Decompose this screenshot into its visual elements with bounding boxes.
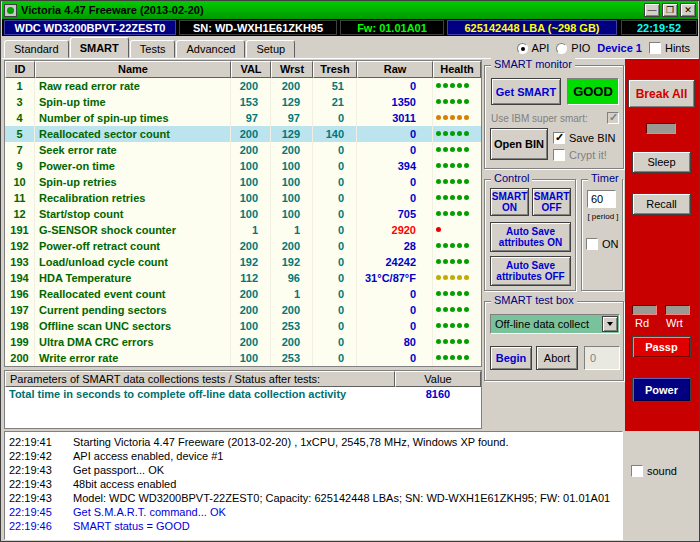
table-row[interactable]: 11Recalibration retries10010000 bbox=[5, 190, 481, 206]
smart-monitor-group: SMART monitor Get SMART GOOD Use IBM sup… bbox=[484, 65, 624, 169]
health-dot-icon bbox=[457, 115, 462, 120]
health-dot-icon bbox=[443, 291, 448, 296]
auto-save-attributes-on-button[interactable]: Auto Save attributes ON bbox=[490, 222, 571, 252]
close-button[interactable]: ✕ bbox=[680, 3, 696, 17]
column-header-raw[interactable]: Raw bbox=[357, 61, 433, 78]
table-row[interactable]: 198Offline scan UNC sectors10025300 bbox=[5, 318, 481, 334]
health-indicator bbox=[433, 270, 481, 286]
tab-smart[interactable]: SMART bbox=[70, 37, 129, 58]
health-dot-icon bbox=[464, 243, 469, 248]
health-dot-icon bbox=[450, 259, 455, 264]
table-row[interactable]: 12Start/stop count1001000705 bbox=[5, 206, 481, 222]
timer-on-checkbox[interactable]: ON bbox=[586, 238, 619, 250]
health-dot-icon bbox=[443, 275, 448, 280]
health-dot-icon bbox=[436, 179, 441, 184]
sound-checkbox[interactable]: sound bbox=[631, 465, 677, 477]
hints-label: Hints bbox=[665, 42, 690, 54]
table-row[interactable]: 4Number of spin-up times979703011 bbox=[5, 110, 481, 126]
maximize-button[interactable]: ❐ bbox=[662, 3, 678, 17]
table-row[interactable]: 191G-SENSOR shock counter1102920 bbox=[5, 222, 481, 238]
auto-save-attributes-off-button[interactable]: Auto Save attributes OFF bbox=[490, 256, 571, 286]
tab-setup[interactable]: Setup bbox=[246, 40, 295, 58]
open-bin-button[interactable]: Open BIN bbox=[490, 128, 548, 160]
table-row[interactable]: 197Current pending sectors20020000 bbox=[5, 302, 481, 318]
tab-tests[interactable]: Tests bbox=[130, 40, 176, 58]
health-dot-icon bbox=[450, 243, 455, 248]
table-row[interactable]: 199Ultra DMA CRC errors200200080 bbox=[5, 334, 481, 350]
table-row[interactable]: 196Reallocated event count200100 bbox=[5, 286, 481, 302]
api-radio[interactable]: API bbox=[517, 42, 550, 54]
table-row[interactable]: 10Spin-up retries10010000 bbox=[5, 174, 481, 190]
read-led bbox=[632, 305, 657, 315]
abort-button[interactable]: Abort bbox=[536, 346, 578, 370]
begin-button[interactable]: Begin bbox=[490, 346, 532, 370]
minimize-button[interactable]: — bbox=[644, 3, 660, 17]
pio-radio[interactable]: PIO bbox=[556, 42, 590, 54]
table-row[interactable]: 1Raw read error rate200200510 bbox=[5, 78, 481, 94]
tab-advanced[interactable]: Advanced bbox=[176, 40, 245, 58]
sleep-button[interactable]: Sleep bbox=[632, 151, 691, 173]
health-dot-icon bbox=[443, 243, 448, 248]
health-dot-icon bbox=[443, 163, 448, 168]
column-header-tresh[interactable]: Tresh bbox=[313, 61, 357, 78]
column-header-wrst[interactable]: Wrst bbox=[271, 61, 313, 78]
health-indicator bbox=[433, 222, 481, 238]
timer-input[interactable] bbox=[587, 190, 616, 208]
smart-on-button[interactable]: SMART ON bbox=[490, 188, 529, 216]
health-dot-icon bbox=[464, 339, 469, 344]
tab-bar-right: API PIO Device 1 Hints bbox=[517, 42, 698, 58]
window-controls: — ❐ ✕ bbox=[644, 3, 696, 17]
column-header-id[interactable]: ID bbox=[5, 61, 35, 78]
smart-status-indicator: GOOD bbox=[567, 78, 619, 105]
group-label: Timer bbox=[588, 172, 622, 184]
drive-info-bar: WDC WD3200BPVT-22ZEST0 SN: WD-WXH1E61ZKH… bbox=[2, 19, 698, 36]
table-row[interactable]: 193Load/unload cycle count192192024242 bbox=[5, 254, 481, 270]
dropdown-button[interactable] bbox=[602, 316, 618, 332]
drive-model: WDC WD3200BPVT-22ZEST0 bbox=[4, 20, 176, 35]
health-dot-icon bbox=[450, 275, 455, 280]
smart-test-select[interactable]: Off-line data collect bbox=[490, 314, 620, 334]
pio-radio-label: PIO bbox=[571, 42, 590, 54]
health-dot-icon bbox=[457, 179, 462, 184]
power-button[interactable]: Power bbox=[632, 377, 691, 402]
wrt-label: Wrt bbox=[666, 317, 683, 329]
table-row[interactable]: 194HDA Temperature11296031°C/87°F bbox=[5, 270, 481, 286]
column-header-name[interactable]: Name bbox=[35, 61, 231, 78]
health-dot-icon bbox=[436, 339, 441, 344]
get-smart-button[interactable]: Get SMART bbox=[491, 78, 561, 105]
health-dot-icon bbox=[443, 131, 448, 136]
app-icon bbox=[4, 4, 17, 17]
table-row[interactable]: 200Write error rate10025300 bbox=[5, 350, 481, 366]
crypt-it-checkbox[interactable]: Crypt it! bbox=[553, 149, 607, 161]
table-row[interactable]: 192Power-off retract count200200028 bbox=[5, 238, 481, 254]
tab-standard[interactable]: Standard bbox=[4, 40, 69, 58]
health-dot-icon bbox=[436, 275, 441, 280]
table-row[interactable]: 3Spin-up time153129211350 bbox=[5, 94, 481, 110]
health-dot-icon bbox=[436, 291, 441, 296]
test-counter-field: 0 bbox=[584, 346, 620, 370]
smart-off-button[interactable]: SMART OFF bbox=[532, 188, 571, 216]
health-dot-icon bbox=[436, 115, 441, 120]
save-bin-checkbox[interactable]: Save BIN bbox=[553, 132, 615, 144]
column-header-health[interactable]: Health bbox=[433, 61, 481, 78]
table-row[interactable]: 9Power-on time1001000394 bbox=[5, 158, 481, 174]
title-bar[interactable]: Victoria 4.47 Freeware (2013-02-20) — ❐ … bbox=[2, 1, 698, 19]
health-dot-icon bbox=[443, 195, 448, 200]
table-row[interactable]: 7Seek error rate20020000 bbox=[5, 142, 481, 158]
log-line: 22:19:41Starting Victoria 4.47 Freeware … bbox=[9, 435, 618, 449]
column-header-val[interactable]: VAL bbox=[231, 61, 271, 78]
health-indicator bbox=[433, 142, 481, 158]
hints-checkbox[interactable]: Hints bbox=[649, 42, 690, 54]
ibm-smart-label: Use IBM super smart: bbox=[491, 113, 588, 124]
group-label: SMART monitor bbox=[491, 58, 575, 70]
table-row[interactable]: 5Reallocated sector count2001291400 bbox=[5, 126, 481, 142]
log-area[interactable]: 22:19:41Starting Victoria 4.47 Freeware … bbox=[4, 431, 623, 540]
passport-button[interactable]: Passp bbox=[632, 336, 691, 358]
health-dot-icon bbox=[450, 323, 455, 328]
recall-button[interactable]: Recall bbox=[632, 193, 691, 215]
params-row[interactable]: Total time in seconds to complete off-li… bbox=[5, 387, 481, 402]
health-indicator bbox=[433, 126, 481, 142]
rd-label: Rd bbox=[635, 317, 649, 329]
health-indicator bbox=[433, 110, 481, 126]
break-all-button[interactable]: Break All bbox=[628, 79, 695, 108]
